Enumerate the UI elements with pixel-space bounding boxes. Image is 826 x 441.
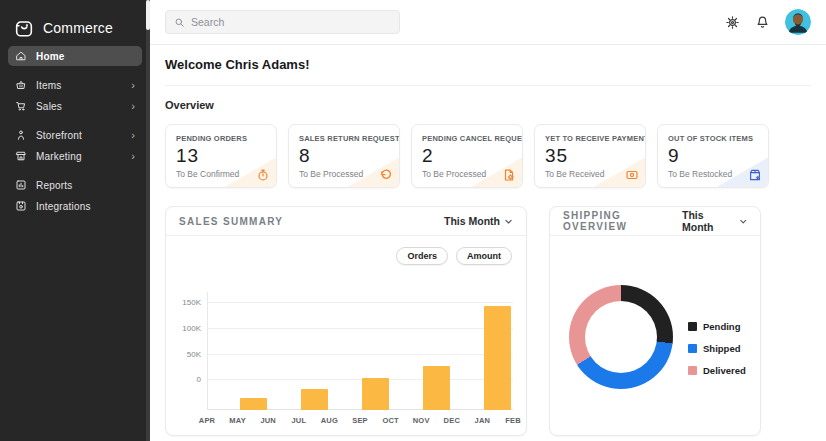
cart-icon (15, 100, 27, 112)
bar-sep-oct[interactable] (362, 378, 389, 410)
y-axis-tick-label: 0 (197, 375, 201, 384)
sales-summary-header: SALES SUMMARY This Month (166, 207, 526, 236)
stat-card-label: SALES RETURN REQUESTS (299, 134, 389, 143)
gridline (208, 302, 513, 303)
user-avatar[interactable] (785, 9, 811, 35)
legend-swatch (688, 366, 697, 375)
shipping-period-value: This Month (682, 209, 735, 233)
sales-summary-title: SALES SUMMARY (179, 216, 283, 227)
sidebar-item-reports[interactable]: Reports (8, 175, 142, 195)
sidebar-item-marketing[interactable]: Marketing› (8, 146, 142, 166)
commerce-bag-logo-icon (13, 17, 35, 39)
search-icon (174, 17, 185, 28)
gridline (208, 328, 513, 329)
divider (165, 85, 811, 86)
stat-card-label: YET TO RECEIVE PAYMENTS (545, 134, 635, 143)
x-axis-label-jul: JUL (291, 416, 306, 425)
stat-card-pending-orders[interactable]: PENDING ORDERS13To Be Confirmed (165, 124, 277, 188)
y-axis-tick-label: 100K (182, 323, 201, 332)
shipping-overview-card: SHIPPING OVERVIEW This Month PendingShip… (549, 206, 761, 436)
sidebar-item-items[interactable]: Items› (8, 75, 142, 95)
legend-item-delivered[interactable]: Delivered (688, 365, 746, 376)
commerce-dashboard: Commerce HomeItems›Sales›Storefront›Mark… (0, 0, 826, 441)
box-icon (748, 168, 762, 182)
bar-nov-dec[interactable] (423, 366, 450, 410)
home-icon (15, 50, 27, 62)
sidebar-item-label: Reports (36, 180, 72, 191)
x-axis-label-sep: SEP (352, 416, 368, 425)
welcome-heading: Welcome Chris Adams! (165, 57, 811, 72)
legend-item-shipped[interactable]: Shipped (688, 343, 746, 354)
sidebar-item-label: Home (36, 51, 65, 62)
shop-icon (15, 150, 27, 162)
search-input[interactable] (191, 16, 391, 28)
x-axis-label-aug: AUG (321, 416, 338, 425)
chevron-right-icon: › (131, 151, 135, 162)
sidebar-item-label: Integrations (36, 201, 91, 212)
sidebar-item-storefront[interactable]: Storefront› (8, 125, 142, 145)
x-axis-label-jun: JUN (260, 416, 276, 425)
bell-icon[interactable] (755, 15, 770, 30)
main-content: Welcome Chris Adams! Overview PENDING OR… (150, 45, 826, 441)
shipping-overview-title: SHIPPING OVERVIEW (563, 210, 682, 232)
shipping-donut-chart (569, 285, 673, 389)
stat-card-pending-cancel-requests[interactable]: PENDING CANCEL REQUESTS2To Be Processed (411, 124, 523, 188)
stat-card-value: 8 (299, 145, 389, 167)
x-axis-label-oct: OCT (382, 416, 398, 425)
sidebar-item-label: Items (36, 80, 61, 91)
y-axis-labels: 150K100K50K0 (179, 292, 207, 410)
legend-swatch (688, 344, 697, 353)
charts-row: SALES SUMMARY This Month OrdersAmount 15… (165, 206, 811, 436)
legend-label: Pending (703, 321, 740, 332)
y-axis-tick-label: 50K (187, 349, 201, 358)
topbar (150, 0, 826, 45)
x-axis-label-may: MAY (229, 416, 246, 425)
gear-icon[interactable] (725, 15, 740, 30)
stat-card-label: PENDING ORDERS (176, 134, 266, 143)
sidebar-item-integrations[interactable]: Integrations (8, 196, 142, 216)
sidebar-item-sales[interactable]: Sales› (8, 96, 142, 116)
stat-card-label: OUT OF STOCK ITEMS (668, 134, 758, 143)
legend-swatch (688, 322, 697, 331)
stat-cards-row: PENDING ORDERS13To Be ConfirmedSALES RET… (165, 124, 811, 188)
doc-gear-icon (502, 168, 516, 182)
report-icon (15, 179, 27, 191)
stat-card-value: 2 (422, 145, 512, 167)
payment-icon (625, 168, 639, 182)
legend-item-pending[interactable]: Pending (688, 321, 746, 332)
legend-label: Delivered (703, 365, 746, 376)
chevron-right-icon: › (131, 80, 135, 91)
x-axis-label-feb: FEB (505, 416, 521, 425)
chevron-down-icon (504, 217, 513, 226)
toggle-amount-button[interactable]: Amount (456, 247, 512, 265)
app-logo[interactable]: Commerce (0, 0, 150, 44)
chart-toggle-group: OrdersAmount (396, 247, 512, 265)
x-axis-label-jan: JAN (475, 416, 491, 425)
stat-card-value: 9 (668, 145, 758, 167)
bar-jul-aug[interactable] (301, 389, 328, 410)
sidebar-item-home[interactable]: Home (8, 46, 142, 66)
sales-period-dropdown[interactable]: This Month (444, 215, 513, 227)
basket-icon (15, 79, 27, 91)
bar-jan-feb[interactable] (484, 306, 511, 410)
stopwatch-icon (256, 168, 270, 182)
sidebar-item-label: Marketing (36, 151, 82, 162)
x-axis-label-dec: DEC (444, 416, 460, 425)
sidebar-item-label: Sales (36, 101, 62, 112)
stat-card-sales-return-requests[interactable]: SALES RETURN REQUESTS8To Be Processed (288, 124, 400, 188)
x-axis-labels: APRMAYJUNJULAUGSEPOCTNOVDECJANFEB (207, 416, 513, 426)
sidebar: Commerce HomeItems›Sales›Storefront›Mark… (0, 0, 150, 441)
shipping-legend: PendingShippedDelivered (688, 321, 746, 387)
stat-card-value: 13 (176, 145, 266, 167)
sales-summary-card: SALES SUMMARY This Month OrdersAmount 15… (165, 206, 527, 436)
integration-icon (15, 200, 27, 212)
gridline (208, 379, 513, 380)
shipping-period-dropdown[interactable]: This Month (682, 209, 747, 233)
toggle-orders-button[interactable]: Orders (396, 247, 448, 265)
bar-may-jun[interactable] (240, 398, 267, 410)
stat-card-out-of-stock-items[interactable]: OUT OF STOCK ITEMS9To Be Restocked (657, 124, 769, 188)
x-axis-label-apr: APR (199, 416, 215, 425)
stat-card-yet-to-receive-payments[interactable]: YET TO RECEIVE PAYMENTS35To Be Received (534, 124, 646, 188)
chevron-right-icon: › (131, 101, 135, 112)
search-box[interactable] (165, 10, 400, 34)
